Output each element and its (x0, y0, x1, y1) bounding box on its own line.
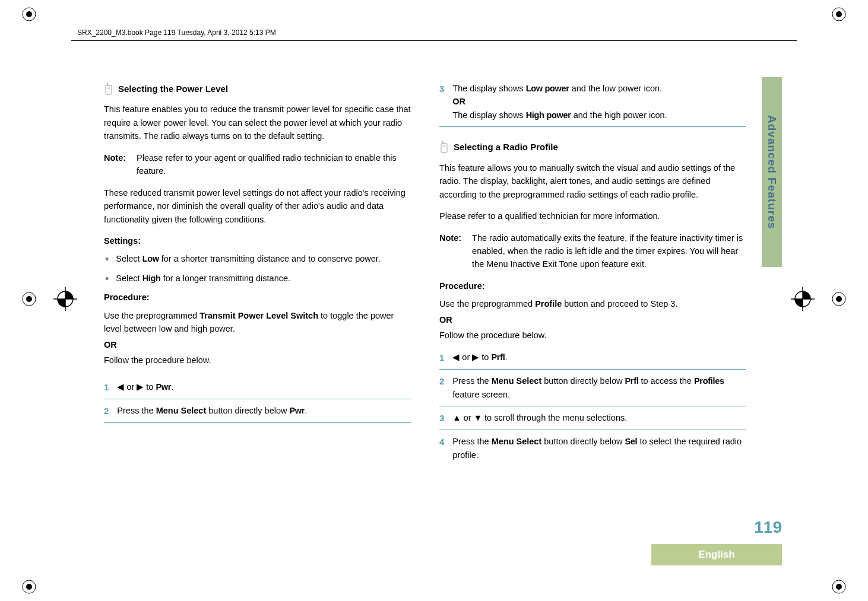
page-content: Selecting the Power Level This feature e… (104, 77, 746, 542)
step-text: The display shows Low power and the low … (452, 82, 746, 122)
step-text: ◀ or ▶ to Pwr. (117, 380, 411, 394)
section-title: Selecting a Radio Profile (454, 140, 558, 154)
svg-rect-20 (107, 87, 110, 89)
registration-circle-icon (831, 291, 847, 307)
step-number: 1 (439, 351, 444, 364)
down-arrow-icon: ▼ (474, 411, 482, 424)
step-number: 1 (104, 380, 109, 394)
or-label: OR (104, 338, 411, 351)
step-number: 3 (439, 82, 444, 122)
step-row: 2 Press the Menu Select button directly … (439, 370, 746, 406)
step-text: ▲ or ▼ to scroll through the menu select… (452, 411, 746, 425)
section-heading-power-level: Selecting the Power Level (104, 82, 411, 96)
svg-point-5 (26, 296, 32, 302)
bullet-icon: • (105, 254, 109, 265)
procedure-follow: Follow the procedure below. (439, 329, 746, 342)
bullet-icon: • (105, 274, 109, 285)
registration-circle-icon (831, 6, 847, 23)
svg-rect-22 (442, 141, 443, 144)
note-block: Note: Please refer to your agent or qual… (104, 151, 411, 178)
svg-point-3 (836, 11, 842, 17)
right-arrow-icon: ▶ (472, 351, 479, 364)
or-label: OR (439, 313, 746, 326)
step-text: Press the Menu Select button directly be… (452, 374, 746, 401)
bullet-text: Select High for a longer transmitting di… (116, 272, 290, 285)
right-column: 3 The display shows Low power and the lo… (439, 77, 746, 542)
footer-language-bar: English (651, 544, 782, 565)
registration-circle-icon (831, 578, 847, 595)
svg-point-12 (58, 291, 73, 307)
step-row: 1 ◀ or ▶ to Pwr. (104, 376, 411, 399)
page-number: 119 (754, 518, 782, 537)
procedure-text: Use the preprogrammed Transmit Power Lev… (104, 309, 411, 336)
step-number: 4 (439, 435, 444, 462)
svg-point-8 (23, 580, 36, 593)
registration-circle-icon (21, 291, 37, 307)
procedure-text: Use the preprogrammed Profile button and… (439, 297, 746, 310)
note-text: The radio automatically exits the featur… (472, 231, 746, 271)
radio-icon (104, 83, 113, 95)
side-tab: Advanced Features (762, 77, 782, 267)
step-number: 2 (104, 404, 109, 418)
svg-point-4 (23, 292, 36, 306)
svg-rect-18 (106, 85, 112, 94)
step-row: 1 ◀ or ▶ to Prfl. (439, 346, 746, 370)
note-block: Note: The radio automatically exits the … (439, 231, 746, 271)
svg-point-9 (26, 584, 32, 590)
registration-circle-icon (21, 6, 37, 23)
header-rule (71, 40, 797, 41)
procedure-label: Procedure: (104, 291, 411, 304)
up-arrow-icon: ▲ (452, 411, 461, 424)
step-number: 2 (439, 374, 444, 401)
note-label: Note: (439, 231, 461, 271)
intro-paragraph: This feature allows you to manually swit… (439, 161, 746, 201)
crosshair-icon (53, 287, 77, 311)
paragraph: These reduced transmit power level setti… (104, 186, 411, 226)
procedure-label: Procedure: (439, 279, 746, 292)
step-row: 4 Press the Menu Select button directly … (439, 430, 746, 466)
intro-paragraph: This feature enables you to reduce the t… (104, 103, 411, 142)
registration-circle-icon (21, 578, 37, 595)
svg-point-6 (832, 292, 845, 306)
step-text: Press the Menu Select button directly be… (452, 435, 746, 462)
svg-point-10 (832, 580, 845, 593)
step-row: 2 Press the Menu Select button directly … (104, 399, 411, 423)
step-number: 3 (439, 411, 444, 425)
step-row: 3 The display shows Low power and the lo… (439, 77, 746, 127)
step-text: ◀ or ▶ to Prfl. (452, 351, 746, 364)
svg-rect-23 (443, 145, 446, 147)
step-text: Press the Menu Select button directly be… (117, 404, 411, 418)
svg-point-2 (832, 8, 845, 21)
section-title: Selecting the Power Level (118, 82, 228, 96)
bullet-item: • Select Low for a shorter transmitting … (104, 252, 411, 265)
paragraph: Please refer to a qualified technician f… (439, 209, 746, 222)
section-heading-radio-profile: Selecting a Radio Profile (439, 140, 746, 154)
svg-point-0 (23, 8, 36, 21)
svg-point-7 (836, 296, 842, 302)
running-header: SRX_2200_M3.book Page 119 Tuesday, April… (77, 28, 276, 37)
bullet-item: • Select High for a longer transmitting … (104, 272, 411, 285)
note-label: Note: (104, 151, 126, 178)
svg-point-1 (26, 11, 32, 17)
procedure-follow: Follow the procedure below. (104, 354, 411, 367)
left-column: Selecting the Power Level This feature e… (104, 77, 411, 542)
svg-rect-19 (107, 83, 108, 86)
left-arrow-icon: ◀ (452, 351, 460, 364)
step-row: 3 ▲ or ▼ to scroll through the menu sele… (439, 406, 746, 430)
left-arrow-icon: ◀ (117, 380, 124, 393)
svg-point-15 (795, 291, 810, 307)
crosshair-icon (791, 287, 815, 311)
radio-icon (439, 141, 449, 153)
note-text: Please refer to your agent or qualified … (137, 151, 411, 178)
svg-point-11 (836, 584, 842, 590)
settings-label: Settings: (104, 234, 411, 247)
right-arrow-icon: ▶ (137, 380, 144, 393)
bullet-text: Select Low for a shorter transmitting di… (116, 252, 381, 265)
svg-rect-21 (441, 144, 447, 152)
